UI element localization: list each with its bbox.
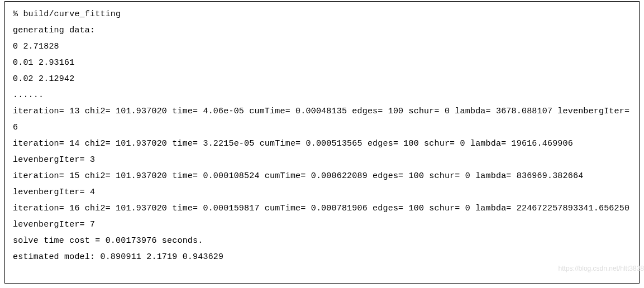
output-line: iteration= 13 chi2= 101.937020 time= 4.0… [13,103,633,136]
output-line: iteration= 15 chi2= 101.937020 time= 0.0… [13,168,633,200]
console-output: % build/curve_fitting generating data: 0… [4,1,640,284]
output-line: ...... [13,87,633,103]
output-line: iteration= 14 chi2= 101.937020 time= 3.2… [13,136,633,168]
output-line: iteration= 16 chi2= 101.937020 time= 0.0… [13,200,633,233]
output-line: 0 2.71828 [13,39,633,55]
output-line: 0.02 2.12942 [13,71,633,87]
output-line: generating data: [13,22,633,39]
output-line: % build/curve_fitting [13,6,633,22]
output-line: estimated model: 0.890911 2.1719 0.94362… [13,249,633,265]
output-line: solve time cost = 0.00173976 seconds. [13,233,633,249]
output-line: 0.01 2.93161 [13,55,633,71]
